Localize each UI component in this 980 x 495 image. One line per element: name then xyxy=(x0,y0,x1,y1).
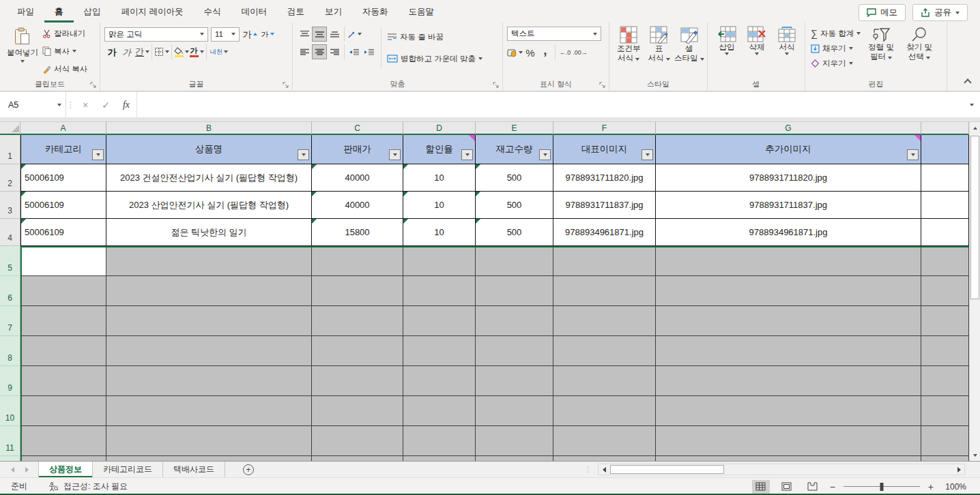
empty-cell[interactable] xyxy=(656,246,921,276)
cell-A4[interactable]: 50006109 xyxy=(20,219,106,246)
empty-cell[interactable] xyxy=(106,366,312,396)
horizontal-scrollbar[interactable] xyxy=(598,464,965,475)
formula-bar-handle[interactable]: ⋮ xyxy=(66,92,75,117)
empty-cell[interactable] xyxy=(476,336,553,366)
empty-cell[interactable] xyxy=(20,336,106,366)
header-cell-3[interactable]: 판매가 xyxy=(312,135,403,164)
empty-cell[interactable] xyxy=(20,306,106,336)
select-all-corner[interactable] xyxy=(0,122,20,135)
insert-cells-button[interactable]: 삽입 xyxy=(712,25,742,55)
cell-G2[interactable]: 9788931711820.jpg xyxy=(656,164,921,192)
share-button[interactable]: 공유 xyxy=(912,4,968,21)
format-as-table-button[interactable]: 표서식 xyxy=(644,25,674,63)
header-cell-8[interactable] xyxy=(921,135,969,164)
empty-cell[interactable] xyxy=(656,396,921,426)
empty-cell[interactable] xyxy=(553,306,656,336)
tab-page-layout[interactable]: 페이지 레이아웃 xyxy=(111,1,194,22)
copy-button[interactable]: 복사 xyxy=(41,42,89,60)
empty-cell[interactable] xyxy=(921,276,969,306)
name-box[interactable]: A5 xyxy=(0,92,66,117)
cancel-entry-button[interactable]: × xyxy=(75,92,96,117)
number-format-combo[interactable]: 텍스트 xyxy=(507,27,601,41)
cell-3[interactable] xyxy=(921,192,969,219)
cell-F4[interactable]: 9788934961871.jpg xyxy=(553,219,656,246)
cut-button[interactable]: 잘라내기 xyxy=(41,25,89,42)
empty-cell[interactable] xyxy=(476,396,553,426)
empty-cell[interactable] xyxy=(106,336,312,366)
empty-cell[interactable] xyxy=(656,276,921,306)
empty-cell[interactable] xyxy=(106,396,312,426)
cell-A2[interactable]: 50006109 xyxy=(20,164,106,192)
italic-button[interactable]: 가 xyxy=(119,44,134,59)
cell-styles-button[interactable]: 셀스타일 xyxy=(674,25,704,63)
empty-cell[interactable] xyxy=(106,276,312,306)
tab-formulas[interactable]: 수식 xyxy=(193,1,231,22)
scroll-left-button[interactable] xyxy=(599,464,609,475)
font-color-button[interactable]: 가 xyxy=(189,44,204,59)
empty-cell[interactable] xyxy=(921,306,969,336)
empty-cell[interactable] xyxy=(106,456,312,461)
conditional-formatting-button[interactable]: 조건부서식 xyxy=(614,25,644,63)
sheet-nav-left-icon[interactable] xyxy=(11,467,14,472)
cell-2[interactable] xyxy=(921,164,969,192)
orientation-button[interactable] xyxy=(347,27,362,42)
vertical-scrollbar[interactable] xyxy=(969,122,980,461)
empty-cell[interactable] xyxy=(553,426,656,456)
zoom-slider[interactable] xyxy=(844,482,920,492)
row-header-1[interactable]: 1 xyxy=(0,135,20,164)
header-cell-1[interactable]: 카테고리 xyxy=(20,135,106,164)
cell-E4[interactable]: 500 xyxy=(476,219,553,246)
filter-button[interactable] xyxy=(907,149,919,160)
empty-cell[interactable] xyxy=(656,426,921,456)
increase-font-button[interactable]: 가 xyxy=(242,27,257,42)
format-painter-button[interactable]: 서식 복사 xyxy=(41,60,89,78)
sort-filter-button[interactable]: 정렬 및필터 xyxy=(862,25,900,62)
column-header-A[interactable]: A xyxy=(20,122,106,135)
active-cell-A5[interactable] xyxy=(20,246,106,276)
cell-4[interactable] xyxy=(921,219,969,246)
empty-cell[interactable] xyxy=(553,246,656,276)
empty-cell[interactable] xyxy=(312,396,403,426)
fill-color-button[interactable] xyxy=(174,44,189,59)
column-header-F[interactable]: F xyxy=(553,122,656,135)
empty-cell[interactable] xyxy=(312,306,403,336)
tab-help[interactable]: 도움말 xyxy=(398,1,444,22)
empty-cell[interactable] xyxy=(403,276,476,306)
increase-decimal-button[interactable]: ←.0 xyxy=(558,45,573,60)
cell-E3[interactable]: 500 xyxy=(476,192,553,219)
font-name-combo[interactable]: 맑은 고딕 xyxy=(104,27,208,42)
empty-cell[interactable] xyxy=(921,246,969,276)
cell-G4[interactable]: 9788934961871.jpg xyxy=(656,219,921,246)
row-header-10[interactable]: 10 xyxy=(0,396,20,426)
merge-center-button[interactable]: 병합하고 가운데 맞춤 xyxy=(386,50,484,68)
tab-home[interactable]: 홈 xyxy=(44,1,74,22)
font-dialog-launcher[interactable] xyxy=(283,81,289,88)
clipboard-dialog-launcher[interactable] xyxy=(90,81,97,88)
empty-cell[interactable] xyxy=(921,336,969,366)
tab-file[interactable]: 파일 xyxy=(7,1,44,22)
empty-cell[interactable] xyxy=(656,456,921,461)
row-header-11[interactable]: 11 xyxy=(0,426,20,456)
empty-cell[interactable] xyxy=(921,426,969,456)
filter-button[interactable] xyxy=(389,149,401,160)
align-center-button[interactable] xyxy=(312,44,327,59)
empty-cell[interactable] xyxy=(403,426,476,456)
page-layout-view-button[interactable] xyxy=(778,480,796,494)
empty-cell[interactable] xyxy=(553,456,656,461)
sheet-tab-courier-codes[interactable]: 택배사코드 xyxy=(163,462,225,477)
normal-view-button[interactable] xyxy=(752,480,770,494)
percent-button[interactable]: % xyxy=(523,45,538,60)
zoom-in-button[interactable]: + xyxy=(928,481,934,492)
empty-cell[interactable] xyxy=(476,306,553,336)
bold-button[interactable]: 가 xyxy=(104,44,119,59)
paste-button[interactable]: 붙여넣기 xyxy=(4,25,41,63)
filter-button[interactable] xyxy=(642,149,653,160)
tab-automate[interactable]: 자동화 xyxy=(352,1,399,22)
horizontal-scroll-thumb[interactable] xyxy=(610,465,724,474)
empty-cell[interactable] xyxy=(106,426,312,456)
row-header-3[interactable]: 3 xyxy=(0,192,20,219)
formula-bar-expand-button[interactable] xyxy=(964,92,980,117)
empty-cell[interactable] xyxy=(403,246,476,276)
row-header-5[interactable]: 5 xyxy=(0,246,20,276)
number-dialog-launcher[interactable] xyxy=(599,81,606,88)
